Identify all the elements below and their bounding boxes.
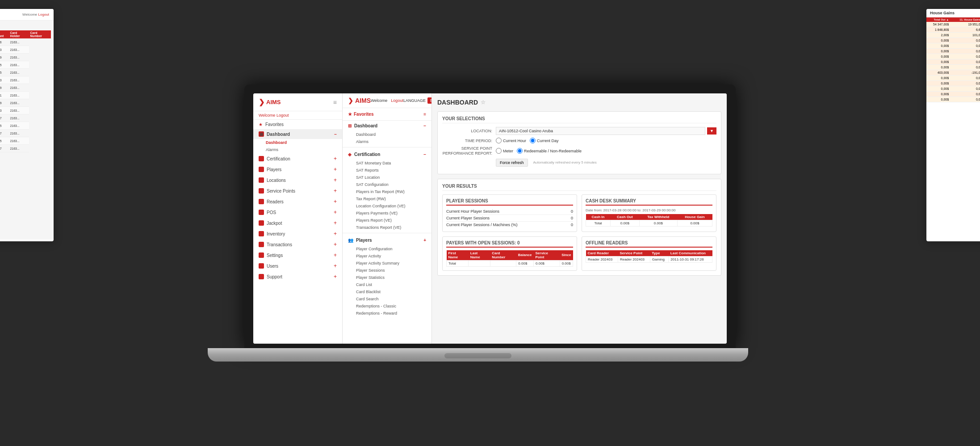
- nav-settings[interactable]: Settings +: [253, 250, 342, 261]
- nav-jackpot-plus[interactable]: +: [334, 220, 337, 226]
- menu-player-activity[interactable]: Player Activity: [343, 252, 431, 260]
- nav-dashboard-minus[interactable]: −: [334, 132, 337, 137]
- nav-certification[interactable]: Certification +: [253, 153, 342, 164]
- menu-player-sessions[interactable]: Player Sessions: [343, 267, 431, 274]
- menu-players-tax-rw[interactable]: Players in Tax Report (RW): [343, 188, 431, 195]
- menu-sat-reports[interactable]: SAT Reports: [343, 167, 431, 174]
- nav-pos-plus[interactable]: +: [334, 209, 337, 215]
- cash-out-val: 0.00$: [639, 220, 677, 226]
- nav-support[interactable]: Support +: [253, 271, 342, 282]
- radio-redeemable-input[interactable]: [517, 148, 523, 154]
- menu-card-list[interactable]: Card List: [343, 281, 431, 288]
- location-search-button[interactable]: ▼: [707, 127, 716, 135]
- dashboard-title: DASHBOARD ☆: [437, 99, 721, 106]
- menu-item-alarms[interactable]: Alarms: [343, 138, 431, 145]
- menu-card-search[interactable]: Card Search: [343, 295, 431, 303]
- radio-meter-input[interactable]: [496, 148, 502, 154]
- nav-readers[interactable]: Readers +: [253, 196, 342, 207]
- offline-sp: Service Point: [618, 250, 650, 257]
- section-dashboard-minus[interactable]: −: [423, 123, 426, 128]
- menu-players-payments-ve[interactable]: Players Payments (VE): [343, 210, 431, 217]
- radio-current-day-input[interactable]: [530, 138, 536, 143]
- nav-settings-plus[interactable]: +: [334, 252, 337, 258]
- table-row: 2017-08-25 08:10:3041692163...: [0, 84, 51, 92]
- menu-transactions-ve[interactable]: Transactions Report (VE): [343, 224, 431, 231]
- menu-card-blacklist[interactable]: Card Blacklist: [343, 288, 431, 295]
- menu-redemptions-classic[interactable]: Redemptions - Classic: [343, 303, 431, 310]
- nav-transactions-plus[interactable]: +: [334, 241, 337, 248]
- menu-players-report-ve[interactable]: Players Report (VE): [343, 217, 431, 224]
- nav-favorites[interactable]: ★ Favorites: [253, 120, 342, 129]
- nav-locations-label: Locations: [267, 178, 286, 183]
- nav-pos[interactable]: POS +: [253, 207, 342, 218]
- header-logout[interactable]: Logout: [391, 98, 403, 103]
- sidebar-welcome: Welcome Logout: [253, 111, 342, 120]
- nav-players-plus[interactable]: +: [334, 166, 337, 173]
- favorites-menu-icon[interactable]: ≡: [423, 112, 426, 117]
- radio-current-day[interactable]: Current Day: [530, 138, 559, 143]
- table-row: 2017-08-26 08:03:1842432163...: [0, 107, 51, 114]
- nav-users[interactable]: Users +: [253, 261, 342, 271]
- nav-locations[interactable]: Locations +: [253, 175, 342, 185]
- session-label-1: Current Hour Player Sessions: [446, 209, 499, 214]
- nav-players[interactable]: Players +: [253, 164, 342, 175]
- section-players-header[interactable]: 👥 Players +: [343, 235, 431, 245]
- nav-inventory-plus[interactable]: +: [334, 231, 337, 237]
- menu-location-ve[interactable]: Location Configuration (VE): [343, 202, 431, 210]
- table-row: 2017-08-27 08:54:3943172163...: [0, 114, 51, 122]
- radio-redeemable[interactable]: Redeemable / Non-Redeemable: [517, 148, 582, 154]
- table-row: 2017-08-23 19:30:0540492163...: [0, 54, 51, 61]
- bg-logout-left[interactable]: Logout: [38, 13, 49, 17]
- nav-transactions[interactable]: Transactions +: [253, 239, 342, 250]
- nav-users-label: Users: [267, 264, 278, 269]
- nav-sub-dashboard[interactable]: Dashboard: [253, 139, 342, 146]
- language-button[interactable]: English: [427, 97, 432, 104]
- location-input[interactable]: [496, 127, 705, 135]
- nav-locations-plus[interactable]: +: [334, 177, 337, 183]
- menu-item-dashboard[interactable]: Dashboard: [343, 131, 431, 138]
- nav-users-plus[interactable]: +: [334, 263, 337, 269]
- cash-in-val: 0.00$: [610, 220, 639, 226]
- radio-current-hour-input[interactable]: [496, 138, 502, 143]
- radio-meter[interactable]: Meter: [496, 148, 513, 154]
- nav-service-points[interactable]: Service Points +: [253, 185, 342, 196]
- menu-player-activity-summary[interactable]: Player Activity Summary: [343, 260, 431, 267]
- force-refresh-button[interactable]: Force refresh: [496, 159, 528, 167]
- menu-player-stats[interactable]: Player Statistics: [343, 274, 431, 281]
- sidebar-nav: ★ Favorites ⊞ Dashboard − Dashboard: [253, 120, 342, 344]
- dashboard-star-icon[interactable]: ☆: [481, 99, 486, 105]
- nav-dashboard[interactable]: ⊞ Dashboard −: [253, 129, 342, 139]
- section-players-plus[interactable]: +: [423, 238, 426, 243]
- nav-inventory[interactable]: Inventory +: [253, 228, 342, 239]
- menu-tax-rw[interactable]: Tax Report (RW): [343, 195, 431, 202]
- nav-sub-alarms[interactable]: Alarms: [253, 146, 342, 153]
- sidebar-logout[interactable]: Logout: [276, 113, 289, 118]
- nav-cert-plus[interactable]: +: [334, 156, 337, 162]
- time-period-label: TIME PERIOD:: [442, 139, 496, 143]
- nav-jackpot[interactable]: Jackpot +: [253, 218, 342, 228]
- trackpad[interactable]: [444, 353, 511, 358]
- menu-player-config[interactable]: Player Configuration: [343, 245, 431, 252]
- offline-reader-val: Reader 202403: [586, 256, 618, 262]
- nav-readers-plus[interactable]: +: [334, 198, 337, 205]
- second-sidebar-top: ❯ AIMS Welcome Logout LANGUAGE English: [343, 93, 431, 108]
- menu-sat-monetary[interactable]: SAT Monetary Data: [343, 160, 431, 167]
- section-cert-minus[interactable]: −: [423, 152, 426, 157]
- cash-desk-date: Date from: 2017-03-28 00:00:00 to: 2017-…: [586, 208, 712, 212]
- offline-readers-box: OFFLINE READERS Card Reader Service Poin…: [582, 236, 716, 271]
- table-row: 0,00$0,00$[No Data][No Data]: [926, 76, 980, 81]
- section-cert-header[interactable]: ◈ Certification −: [343, 149, 431, 160]
- nav-support-label: Support: [267, 274, 282, 279]
- main-logo-chevron: ❯: [348, 97, 353, 104]
- session-row-3: Current Player Sessions / Machines (%) 0: [446, 222, 573, 228]
- menu-redemptions-reward[interactable]: Redemptions - Reward: [343, 310, 431, 317]
- menu-sat-config[interactable]: SAT Configuration: [343, 181, 431, 188]
- menu-sat-location[interactable]: SAT Location: [343, 174, 431, 181]
- sidebar-toggle[interactable]: ≡: [333, 99, 337, 106]
- radio-current-hour[interactable]: Current Hour: [496, 138, 526, 143]
- section-dashboard-header[interactable]: ⊞ Dashboard −: [343, 121, 431, 131]
- nav-support-plus[interactable]: +: [334, 273, 337, 280]
- sp-report-label: SERVICE POINT PERFORMANCE REPORT:: [442, 146, 496, 156]
- refresh-row: Force refresh Automatically refreshed ev…: [442, 159, 716, 167]
- nav-sp-plus[interactable]: +: [334, 188, 337, 194]
